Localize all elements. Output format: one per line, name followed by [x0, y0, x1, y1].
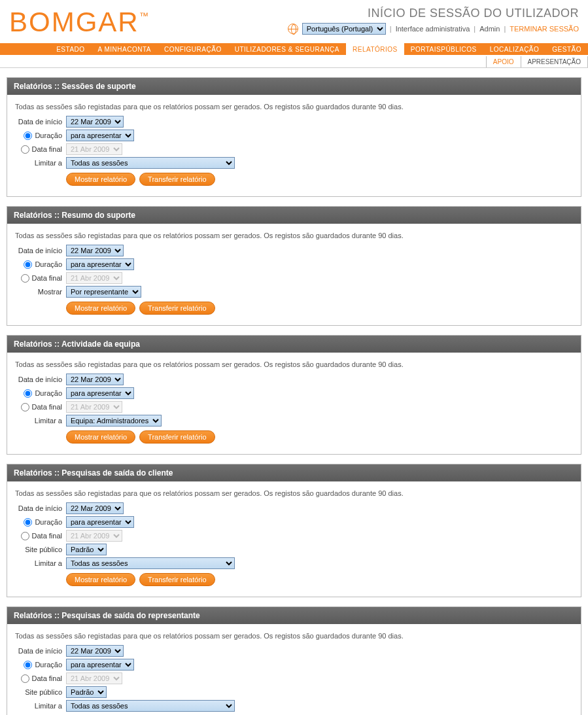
start-date-select[interactable]: 22 Mar 2009 [66, 502, 124, 514]
radio-duration[interactable] [24, 518, 32, 527]
logo-text: BOMGAR [9, 7, 139, 37]
nav-localizacao[interactable]: LOCALIZAÇÃO [483, 43, 546, 56]
download-report-button[interactable]: Transferir relatório [139, 302, 215, 315]
duration-select[interactable]: para apresentar [66, 659, 134, 671]
public-site-select[interactable]: Padrão [66, 544, 107, 555]
panel-body: Todas as sessões são registadas para que… [7, 481, 581, 597]
panel-client-exit-surveys: Relatórios :: Pesquisas de saída do clie… [7, 464, 581, 597]
label-end-date: Data final [15, 145, 66, 154]
subnav-apoio[interactable]: APOIO [486, 56, 521, 67]
subnav-apresentacao[interactable]: APRESENTAÇÃO [521, 56, 589, 67]
nav-minha-conta[interactable]: A MINHACONTA [92, 43, 158, 56]
nav-estado[interactable]: ESTADO [50, 43, 91, 56]
row-start-date: Data de início 22 Mar 2009 [15, 374, 573, 385]
panel-rep-exit-surveys: Relatórios :: Pesquisas de saída do repr… [7, 606, 581, 715]
nav-utilizadores[interactable]: UTILIZADORES & SEGURANÇA [228, 43, 346, 56]
label-start-date: Data de início [15, 247, 66, 254]
label-show: Mostrar [15, 288, 66, 296]
admin-interface-link[interactable]: Interface administrativa [396, 25, 470, 33]
row-duration: Duração para apresentar [15, 130, 573, 141]
duration-select[interactable]: para apresentar [66, 516, 134, 528]
start-date-select[interactable]: 22 Mar 2009 [66, 374, 124, 385]
limit-select[interactable]: Todas as sessões [66, 700, 235, 712]
nav-portais[interactable]: PORTAISPÚBLICOS [404, 43, 483, 56]
panel-description: Todas as sessões são registadas para que… [15, 360, 573, 368]
radio-duration[interactable] [24, 131, 32, 140]
label-duration-text: Duração [35, 131, 62, 139]
label-text: Data final [32, 403, 62, 411]
public-site-select[interactable]: Padrão [66, 686, 107, 698]
label-text: Duração [35, 260, 62, 268]
nav-configuracao[interactable]: CONFIGURAÇÃO [158, 43, 228, 56]
download-report-button[interactable]: Transferir relatório [139, 173, 215, 186]
limit-select[interactable]: Todas as sessões [66, 157, 235, 169]
limit-select[interactable]: Equipa: Administradores [66, 415, 162, 427]
row-end-date: Data final 21 Abr 2009 [15, 272, 573, 284]
show-report-button[interactable]: Mostrar relatório [66, 173, 135, 186]
row-duration: Duração para apresentar [15, 258, 573, 270]
start-date-select[interactable]: 22 Mar 2009 [66, 116, 124, 128]
separator: | [390, 25, 392, 33]
duration-select[interactable]: para apresentar [66, 130, 134, 141]
nav-gestao[interactable]: GESTÃO [545, 43, 588, 56]
radio-end-date[interactable] [21, 403, 29, 411]
radio-duration[interactable] [24, 661, 32, 669]
header-right: INÍCIO DE SESSÃO DO UTILIZADOR Português… [288, 7, 579, 35]
limit-select[interactable]: Todas as sessões [66, 557, 235, 569]
label-text: Duração [35, 661, 62, 669]
panel-description: Todas as sessões são registadas para que… [15, 632, 573, 640]
button-row: Mostrar relatório Transferir relatório [66, 573, 573, 586]
panel-title: Relatórios :: Resumo do suporte [7, 207, 581, 224]
panel-title: Relatórios :: Actividade da equipa [7, 336, 581, 353]
show-select[interactable]: Por representante [66, 286, 141, 298]
panel-body: Todas as sessões são registadas para que… [7, 224, 581, 325]
start-date-select[interactable]: 22 Mar 2009 [66, 245, 124, 256]
user-session-title: INÍCIO DE SESSÃO DO UTILIZADOR [288, 7, 579, 20]
row-start-date: Data de início 22 Mar 2009 [15, 245, 573, 256]
row-duration: Duração para apresentar [15, 659, 573, 671]
duration-select[interactable]: para apresentar [66, 387, 134, 399]
end-date-select: 21 Abr 2009 [66, 272, 122, 284]
label-end-date: Data final [15, 403, 66, 411]
panel-description: Todas as sessões são registadas para que… [15, 489, 573, 497]
radio-duration[interactable] [24, 389, 32, 398]
nav-relatorios[interactable]: RELATÓRIOS [346, 43, 404, 56]
panel-support-summary: Relatórios :: Resumo do suporte Todas as… [7, 206, 581, 326]
language-select[interactable]: Português (Portugal) [302, 23, 386, 35]
logout-link[interactable]: TERMINAR SESSÃO [510, 25, 579, 33]
show-report-button[interactable]: Mostrar relatório [66, 430, 135, 444]
end-date-select: 21 Abr 2009 [66, 672, 122, 684]
label-public-site: Site público [15, 688, 66, 696]
header-controls: Português (Portugal) | Interface adminis… [288, 23, 579, 35]
row-end-date: Data final 21 Abr 2009 [15, 143, 573, 155]
start-date-select[interactable]: 22 Mar 2009 [66, 645, 124, 657]
sub-nav: APOIO APRESENTAÇÃO [0, 56, 588, 68]
row-duration: Duração para apresentar [15, 387, 573, 399]
label-start-date: Data de início [15, 375, 66, 383]
radio-duration[interactable] [24, 260, 32, 269]
admin-link[interactable]: Admin [479, 25, 500, 33]
label-text: Data final [32, 532, 62, 540]
panel-body: Todas as sessões são registadas para que… [7, 95, 581, 196]
row-duration: Duração para apresentar [15, 516, 573, 528]
label-limit: Limitar a [15, 559, 66, 567]
radio-end-date[interactable] [21, 274, 29, 283]
panel-description: Todas as sessões são registadas para que… [15, 103, 573, 111]
label-end-date: Data final [15, 532, 66, 540]
radio-end-date[interactable] [21, 532, 29, 540]
show-report-button[interactable]: Mostrar relatório [66, 302, 135, 315]
download-report-button[interactable]: Transferir relatório [139, 573, 215, 586]
duration-select[interactable]: para apresentar [66, 258, 134, 270]
label-text: Duração [35, 518, 62, 526]
main-nav: ESTADO A MINHACONTA CONFIGURAÇÃO UTILIZA… [0, 43, 588, 56]
panel-title: Relatórios :: Sessões de suporte [7, 78, 581, 95]
radio-end-date[interactable] [21, 145, 29, 154]
radio-end-date[interactable] [21, 674, 29, 683]
panel-description: Todas as sessões são registadas para que… [15, 232, 573, 239]
download-report-button[interactable]: Transferir relatório [139, 430, 215, 444]
row-limit: Limitar a Equipa: Administradores [15, 415, 573, 427]
show-report-button[interactable]: Mostrar relatório [66, 573, 135, 586]
row-show: Mostrar Por representante [15, 286, 573, 298]
row-end-date: Data final 21 Abr 2009 [15, 672, 573, 684]
row-end-date: Data final 21 Abr 2009 [15, 530, 573, 542]
